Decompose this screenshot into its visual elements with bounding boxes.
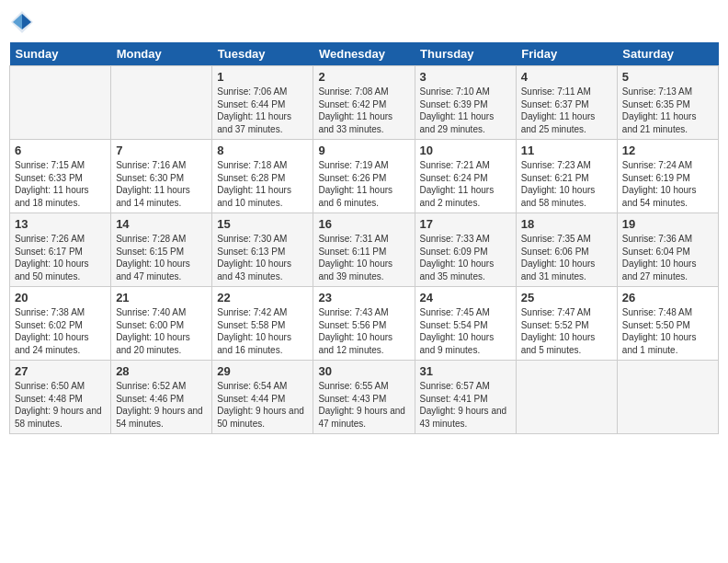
- calendar-cell: 1Sunrise: 7:06 AM Sunset: 6:44 PM Daylig…: [212, 66, 313, 140]
- day-info: Sunrise: 7:47 AM Sunset: 5:52 PM Dayligh…: [521, 306, 612, 356]
- calendar-cell: 31Sunrise: 6:57 AM Sunset: 4:41 PM Dayli…: [415, 361, 516, 434]
- weekday-header-row: SundayMondayTuesdayWednesdayThursdayFrid…: [10, 42, 719, 66]
- day-info: Sunrise: 7:36 AM Sunset: 6:04 PM Dayligh…: [622, 233, 713, 282]
- calendar-cell: 19Sunrise: 7:36 AM Sunset: 6:04 PM Dayli…: [617, 213, 718, 287]
- day-number: 9: [318, 144, 409, 157]
- calendar-cell: 28Sunrise: 6:52 AM Sunset: 4:46 PM Dayli…: [111, 361, 212, 434]
- calendar-cell: 13Sunrise: 7:26 AM Sunset: 6:17 PM Dayli…: [10, 213, 111, 287]
- weekday-header-monday: Monday: [111, 42, 212, 66]
- day-number: 7: [116, 144, 207, 157]
- calendar-cell: 23Sunrise: 7:43 AM Sunset: 5:56 PM Dayli…: [313, 287, 415, 361]
- day-info: Sunrise: 7:43 AM Sunset: 5:56 PM Dayligh…: [318, 306, 409, 356]
- day-number: 27: [15, 364, 106, 378]
- calendar-cell: 14Sunrise: 7:28 AM Sunset: 6:15 PM Dayli…: [111, 213, 212, 287]
- day-info: Sunrise: 7:24 AM Sunset: 6:19 PM Dayligh…: [622, 159, 713, 209]
- day-number: 31: [420, 364, 511, 378]
- day-number: 26: [622, 291, 713, 304]
- day-info: Sunrise: 7:10 AM Sunset: 6:39 PM Dayligh…: [420, 86, 511, 135]
- day-info: Sunrise: 7:16 AM Sunset: 6:30 PM Dayligh…: [116, 159, 207, 209]
- day-number: 24: [420, 291, 511, 304]
- day-info: Sunrise: 7:35 AM Sunset: 6:06 PM Dayligh…: [521, 233, 612, 282]
- calendar-cell: 7Sunrise: 7:16 AM Sunset: 6:30 PM Daylig…: [111, 140, 212, 213]
- weekday-header-sunday: Sunday: [10, 42, 111, 66]
- day-info: Sunrise: 7:31 AM Sunset: 6:11 PM Dayligh…: [318, 233, 409, 282]
- day-number: 12: [622, 144, 713, 157]
- day-number: 8: [217, 144, 308, 157]
- calendar-cell: 26Sunrise: 7:48 AM Sunset: 5:50 PM Dayli…: [617, 287, 718, 361]
- day-number: 4: [521, 70, 612, 84]
- logo: [9, 9, 39, 35]
- day-number: 30: [318, 364, 409, 378]
- day-number: 18: [521, 217, 612, 231]
- day-number: 19: [622, 217, 713, 231]
- calendar-cell: 6Sunrise: 7:15 AM Sunset: 6:33 PM Daylig…: [10, 140, 111, 213]
- day-number: 1: [217, 70, 308, 84]
- day-number: 5: [622, 70, 713, 84]
- day-number: 2: [318, 70, 409, 84]
- calendar-cell: 20Sunrise: 7:38 AM Sunset: 6:02 PM Dayli…: [10, 287, 111, 361]
- calendar-table: SundayMondayTuesdayWednesdayThursdayFrid…: [9, 42, 719, 434]
- calendar-cell: [111, 66, 212, 140]
- day-number: 21: [116, 291, 207, 304]
- calendar-cell: 11Sunrise: 7:23 AM Sunset: 6:21 PM Dayli…: [516, 140, 617, 213]
- day-number: 3: [420, 70, 511, 84]
- calendar-cell: 3Sunrise: 7:10 AM Sunset: 6:39 PM Daylig…: [415, 66, 516, 140]
- day-number: 20: [15, 291, 106, 304]
- day-number: 22: [217, 291, 308, 304]
- page-header: [9, 9, 719, 35]
- weekday-header-tuesday: Tuesday: [212, 42, 313, 66]
- weekday-header-thursday: Thursday: [415, 42, 516, 66]
- calendar-cell: 27Sunrise: 6:50 AM Sunset: 4:48 PM Dayli…: [10, 361, 111, 434]
- calendar-cell: 10Sunrise: 7:21 AM Sunset: 6:24 PM Dayli…: [415, 140, 516, 213]
- calendar-cell: 18Sunrise: 7:35 AM Sunset: 6:06 PM Dayli…: [516, 213, 617, 287]
- calendar-cell: 24Sunrise: 7:45 AM Sunset: 5:54 PM Dayli…: [415, 287, 516, 361]
- day-info: Sunrise: 7:19 AM Sunset: 6:26 PM Dayligh…: [318, 159, 409, 209]
- day-number: 29: [217, 364, 308, 378]
- calendar-cell: 25Sunrise: 7:47 AM Sunset: 5:52 PM Dayli…: [516, 287, 617, 361]
- calendar-week-4: 20Sunrise: 7:38 AM Sunset: 6:02 PM Dayli…: [10, 287, 719, 361]
- day-info: Sunrise: 7:13 AM Sunset: 6:35 PM Dayligh…: [622, 86, 713, 135]
- day-info: Sunrise: 6:57 AM Sunset: 4:41 PM Dayligh…: [420, 380, 511, 430]
- day-info: Sunrise: 7:15 AM Sunset: 6:33 PM Dayligh…: [15, 159, 106, 209]
- day-info: Sunrise: 7:45 AM Sunset: 5:54 PM Dayligh…: [420, 306, 511, 356]
- day-number: 13: [15, 217, 106, 231]
- day-info: Sunrise: 7:33 AM Sunset: 6:09 PM Dayligh…: [420, 233, 511, 282]
- day-info: Sunrise: 7:42 AM Sunset: 5:58 PM Dayligh…: [217, 306, 308, 356]
- calendar-cell: 15Sunrise: 7:30 AM Sunset: 6:13 PM Dayli…: [212, 213, 313, 287]
- day-info: Sunrise: 6:55 AM Sunset: 4:43 PM Dayligh…: [318, 380, 409, 430]
- calendar-cell: 2Sunrise: 7:08 AM Sunset: 6:42 PM Daylig…: [313, 66, 415, 140]
- day-number: 10: [420, 144, 511, 157]
- day-number: 11: [521, 144, 612, 157]
- day-number: 25: [521, 291, 612, 304]
- day-info: Sunrise: 6:54 AM Sunset: 4:44 PM Dayligh…: [217, 380, 308, 430]
- day-info: Sunrise: 6:50 AM Sunset: 4:48 PM Dayligh…: [15, 380, 106, 430]
- calendar-cell: 5Sunrise: 7:13 AM Sunset: 6:35 PM Daylig…: [617, 66, 718, 140]
- day-info: Sunrise: 7:18 AM Sunset: 6:28 PM Dayligh…: [217, 159, 308, 209]
- calendar-week-2: 6Sunrise: 7:15 AM Sunset: 6:33 PM Daylig…: [10, 140, 719, 213]
- calendar-cell: 21Sunrise: 7:40 AM Sunset: 6:00 PM Dayli…: [111, 287, 212, 361]
- day-number: 6: [15, 144, 106, 157]
- weekday-header-saturday: Saturday: [617, 42, 718, 66]
- calendar-cell: 22Sunrise: 7:42 AM Sunset: 5:58 PM Dayli…: [212, 287, 313, 361]
- calendar-cell: 16Sunrise: 7:31 AM Sunset: 6:11 PM Dayli…: [313, 213, 415, 287]
- day-number: 15: [217, 217, 308, 231]
- day-info: Sunrise: 7:30 AM Sunset: 6:13 PM Dayligh…: [217, 233, 308, 282]
- calendar-cell: 4Sunrise: 7:11 AM Sunset: 6:37 PM Daylig…: [516, 66, 617, 140]
- day-number: 14: [116, 217, 207, 231]
- day-info: Sunrise: 7:26 AM Sunset: 6:17 PM Dayligh…: [15, 233, 106, 282]
- calendar-cell: 17Sunrise: 7:33 AM Sunset: 6:09 PM Dayli…: [415, 213, 516, 287]
- calendar-cell: 12Sunrise: 7:24 AM Sunset: 6:19 PM Dayli…: [617, 140, 718, 213]
- calendar-cell: [10, 66, 111, 140]
- day-info: Sunrise: 7:48 AM Sunset: 5:50 PM Dayligh…: [622, 306, 713, 356]
- day-info: Sunrise: 7:06 AM Sunset: 6:44 PM Dayligh…: [217, 86, 308, 135]
- calendar-cell: 30Sunrise: 6:55 AM Sunset: 4:43 PM Dayli…: [313, 361, 415, 434]
- weekday-header-friday: Friday: [516, 42, 617, 66]
- calendar-week-5: 27Sunrise: 6:50 AM Sunset: 4:48 PM Dayli…: [10, 361, 719, 434]
- day-number: 17: [420, 217, 511, 231]
- day-info: Sunrise: 6:52 AM Sunset: 4:46 PM Dayligh…: [116, 380, 207, 430]
- calendar-cell: [617, 361, 718, 434]
- day-number: 23: [318, 291, 409, 304]
- calendar-cell: 29Sunrise: 6:54 AM Sunset: 4:44 PM Dayli…: [212, 361, 313, 434]
- day-info: Sunrise: 7:23 AM Sunset: 6:21 PM Dayligh…: [521, 159, 612, 209]
- calendar-cell: [516, 361, 617, 434]
